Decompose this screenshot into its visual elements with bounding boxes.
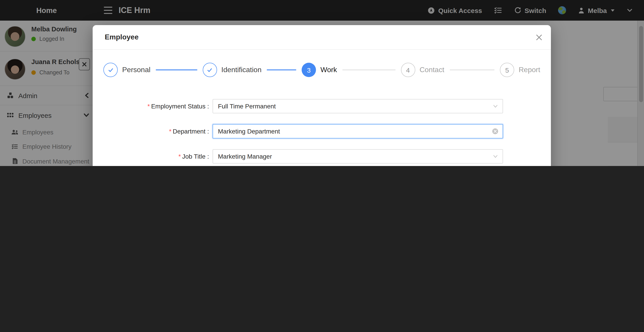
clear-icon[interactable] [492, 128, 498, 134]
field-label: *Job Title [104, 153, 209, 160]
step-title: Report [519, 66, 540, 74]
modal-close-button[interactable] [534, 32, 544, 42]
step-personal[interactable]: Personal [104, 63, 202, 77]
step-title: Work [320, 66, 337, 74]
select-employment-status[interactable]: Full Time Permanent [212, 99, 503, 113]
step-number: 5 [500, 63, 514, 77]
close-icon [536, 34, 542, 41]
wizard-steps: PersonalIdentification3Work4Contact5Repo… [104, 63, 540, 77]
form-row-job-title: *Job TitleMarketing Manager [104, 149, 503, 163]
step-number: 4 [401, 63, 415, 77]
step-check-icon [202, 63, 217, 77]
step-number: 3 [302, 63, 316, 77]
chevron-down-icon [493, 103, 498, 109]
app-root: ext Search DeleteCopyDeleteCopyDeleteCop… [0, 0, 644, 166]
step-connector [342, 70, 396, 70]
adorn [492, 128, 498, 134]
form-row-employment-status: *Employment StatusFull Time Permanent [104, 99, 503, 113]
required-mark: * [178, 153, 181, 160]
step-report[interactable]: 5Report [500, 63, 540, 77]
step-title: Contact [420, 66, 444, 74]
modal-header: Employee [93, 25, 551, 50]
select-job-title[interactable]: Marketing Manager [212, 149, 503, 163]
field-label: *Employment Status [104, 103, 209, 110]
required-mark: * [148, 103, 150, 110]
step-work[interactable]: 3Work [302, 63, 401, 77]
field-value: Full Time Permanent [218, 99, 276, 113]
step-contact[interactable]: 4Contact [401, 63, 500, 77]
step-connector [267, 70, 296, 70]
step-identification[interactable]: Identification [202, 63, 302, 77]
step-title: Personal [122, 66, 150, 74]
modal-title: Employee [105, 25, 138, 49]
field-label: *Department [104, 128, 209, 135]
employee-modal: Employee PersonalIdentification3Work4Con… [93, 25, 551, 166]
field-value: Marketing Department [218, 124, 280, 138]
step-check-icon [104, 63, 118, 77]
work-form: *Employment StatusFull Time Permanent*De… [104, 99, 503, 166]
select-department[interactable]: Marketing Department [212, 124, 503, 138]
step-connector [450, 70, 494, 70]
chevron-down-icon [493, 154, 498, 159]
required-mark: * [169, 128, 172, 135]
step-connector [156, 70, 197, 70]
step-title: Identification [221, 66, 262, 74]
field-value: Marketing Manager [218, 150, 272, 163]
form-row-department: *DepartmentMarketing Department [104, 124, 503, 138]
